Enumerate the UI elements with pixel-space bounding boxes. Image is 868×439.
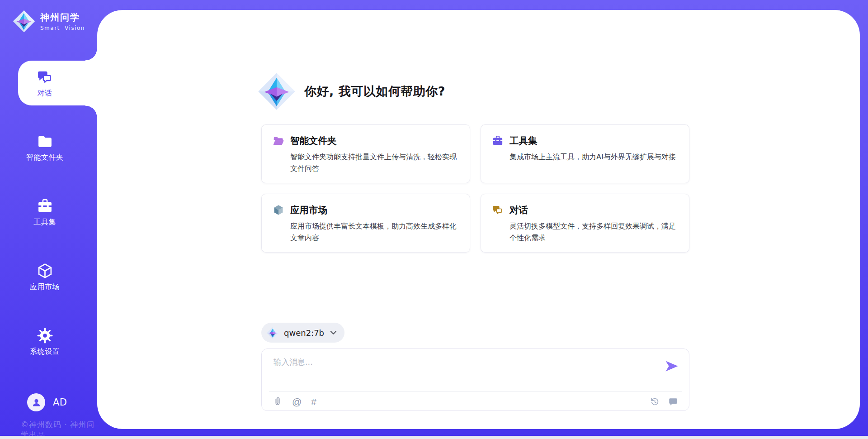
model-gem-icon [267, 327, 279, 339]
card-header: 对话 [492, 204, 678, 216]
chat-icon [37, 69, 53, 86]
history-icon [650, 396, 660, 406]
card-description: 集成市场上主流工具，助力AI与外界无缝扩展与对接 [509, 151, 678, 163]
sidebar-item-label: 对话 [38, 89, 52, 98]
composer-toolbar-right [650, 396, 678, 406]
greeting-title: 你好, 我可以如何帮助你? [304, 83, 445, 100]
card-description: 智能文件夹功能支持批量文件上传与清洗，轻松实现文件问答 [290, 151, 459, 174]
paperclip-icon [273, 396, 283, 406]
mention-button[interactable]: @ [292, 397, 302, 406]
attach-file-button[interactable] [273, 396, 283, 406]
brand-text: 神州问学 Smart Vision [40, 11, 85, 31]
cube-icon [37, 262, 53, 279]
brand-tagline: Smart Vision [40, 25, 85, 31]
user-initials: AD [53, 397, 67, 408]
chat-icon [492, 204, 504, 216]
assistant-gem-icon [258, 72, 296, 110]
feature-cards: 智能文件夹 智能文件夹功能支持批量文件上传与清洗，轻松实现文件问答 工具集 集成… [261, 124, 689, 253]
composer-toolbar: @ # [273, 392, 678, 411]
brand-logo: 神州问学 Smart Vision [13, 10, 85, 33]
model-name: qwen2:7b [284, 328, 324, 338]
user-profile[interactable]: AD [27, 393, 67, 411]
sidebar-item-label: 工具集 [33, 218, 56, 227]
window-bottom-edge [0, 436, 868, 439]
card-title: 智能文件夹 [290, 134, 337, 147]
card-title: 应用市场 [290, 204, 327, 216]
person-icon [31, 397, 42, 408]
sidebar-item-label: 系统设置 [30, 347, 60, 357]
sidebar-item-label: 智能文件夹 [26, 153, 64, 162]
sidebar-item-chat[interactable]: 对话 [0, 61, 90, 106]
gear-icon [37, 327, 53, 344]
send-icon [665, 360, 679, 372]
brand-gem-icon [13, 10, 35, 33]
toolbox-icon [37, 198, 53, 215]
hashtag-button[interactable]: # [311, 397, 316, 406]
sidebar-item-app-market[interactable]: 应用市场 [0, 254, 90, 300]
chevron-down-icon [330, 330, 337, 335]
card-header: 智能文件夹 [273, 134, 459, 147]
sidebar-item-label: 应用市场 [30, 282, 60, 292]
folder-open-icon [273, 135, 284, 147]
sidebar-item-toolset[interactable]: 工具集 [0, 190, 90, 235]
message-input[interactable] [273, 356, 645, 388]
card-description: 灵活切换多模型文件，支持多样回复效果调试，满足个性化需求 [509, 220, 678, 243]
card-app-market[interactable]: 应用市场 应用市场提供丰富长文本模板，助力高效生成多样化文章内容 [261, 194, 470, 253]
sidebar: 神州问学 Smart Vision 对话 智能文件夹 工具集 应用市场 系统设置 [0, 0, 97, 439]
folder-icon [37, 133, 53, 150]
card-title: 工具集 [509, 134, 538, 147]
send-button[interactable] [665, 360, 679, 373]
message-composer: @ # [261, 348, 689, 411]
card-header: 应用市场 [273, 204, 459, 216]
chat-bubble-icon [668, 396, 678, 406]
card-description: 应用市场提供丰富长文本模板，助力高效生成多样化文章内容 [290, 220, 459, 243]
card-chat[interactable]: 对话 灵活切换多模型文件，支持多样回复效果调试，满足个性化需求 [481, 194, 689, 253]
card-smart-folder[interactable]: 智能文件夹 智能文件夹功能支持批量文件上传与清洗，轻松实现文件问答 [261, 124, 470, 183]
card-title: 对话 [509, 204, 528, 216]
cube-icon [273, 204, 284, 216]
model-selector[interactable]: qwen2:7b [261, 323, 344, 343]
feedback-button[interactable] [668, 396, 678, 406]
card-toolset[interactable]: 工具集 集成市场上主流工具，助力AI与外界无缝扩展与对接 [481, 124, 689, 183]
card-header: 工具集 [492, 134, 678, 147]
sidebar-item-smart-folder[interactable]: 智能文件夹 [0, 125, 90, 170]
history-button[interactable] [650, 396, 660, 406]
brand-name: 神州问学 [40, 11, 85, 24]
greeting-section: 你好, 我可以如何帮助你? [258, 72, 445, 110]
avatar [27, 393, 45, 411]
sidebar-item-settings[interactable]: 系统设置 [0, 319, 90, 364]
toolbox-icon [492, 135, 504, 147]
